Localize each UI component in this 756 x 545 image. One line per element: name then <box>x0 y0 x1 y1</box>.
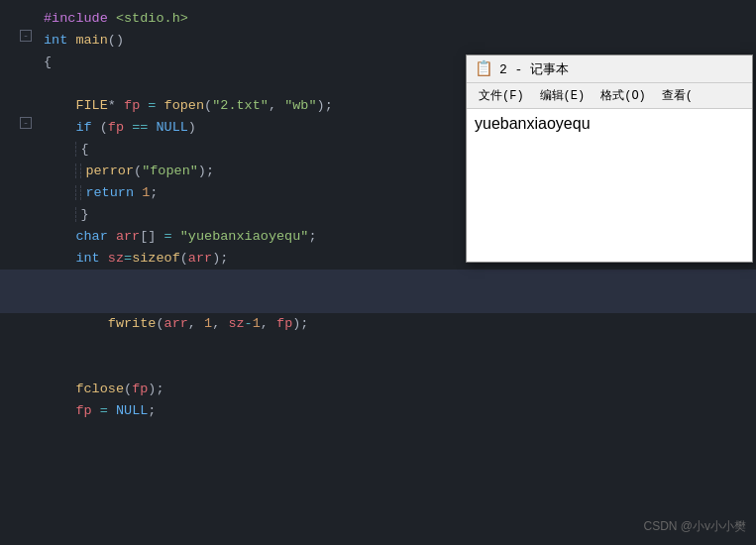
notepad-menu-view[interactable]: 查看( <box>656 85 699 106</box>
notepad-icon: 📋 <box>475 59 493 78</box>
code-line-2: - int main() <box>0 30 756 52</box>
code-line-13 <box>0 270 756 291</box>
line-gutter-2: - <box>0 30 40 42</box>
line-content-2: int main() <box>40 30 756 52</box>
line-content-14 <box>40 291 756 313</box>
notepad-titlebar: 📋 2 - 记事本 <box>467 55 752 83</box>
notepad-menubar: 文件(F) 编辑(E) 格式(O) 查看( <box>467 83 752 109</box>
fold-icon-2[interactable]: - <box>20 30 32 42</box>
line-content-16 <box>40 335 756 357</box>
line-content-19: fp = NULL; <box>40 400 756 422</box>
line-content-15: fwrite(arr, 1, sz-1, fp); <box>40 313 756 335</box>
code-line-16 <box>0 335 756 357</box>
notepad-text: yuebanxiaoyequ <box>475 115 591 132</box>
fold-icon-6[interactable]: - <box>20 117 32 129</box>
notepad-title: 2 - 记事本 <box>499 60 569 78</box>
code-line-14 <box>0 291 756 313</box>
code-line-19: fp = NULL; <box>0 400 756 422</box>
watermark: CSDN @小v小小樊 <box>643 518 746 535</box>
notepad-menu-edit[interactable]: 编辑(E) <box>534 85 592 106</box>
line-content-17 <box>40 357 756 379</box>
line-gutter-6: - <box>0 117 40 129</box>
code-line-1: #include <stdio.h> <box>0 8 756 30</box>
line-content-13 <box>40 270 756 291</box>
line-content-18: fclose(fp); <box>40 379 756 400</box>
notepad-menu-format[interactable]: 格式(O) <box>594 85 652 106</box>
watermark-text: CSDN @小v小小樊 <box>643 519 746 533</box>
code-line-17 <box>0 357 756 379</box>
code-editor: #include <stdio.h> - int main() { FILE* … <box>0 0 756 545</box>
code-line-15: fwrite(arr, 1, sz-1, fp); <box>0 313 756 335</box>
notepad-menu-file[interactable]: 文件(F) <box>473 85 530 106</box>
line-content-1: #include <stdio.h> <box>40 8 756 30</box>
notepad-content: yuebanxiaoyequ <box>467 109 752 262</box>
notepad-window[interactable]: 📋 2 - 记事本 文件(F) 编辑(E) 格式(O) 查看( yuebanxi… <box>466 54 753 263</box>
code-line-18: fclose(fp); <box>0 379 756 400</box>
